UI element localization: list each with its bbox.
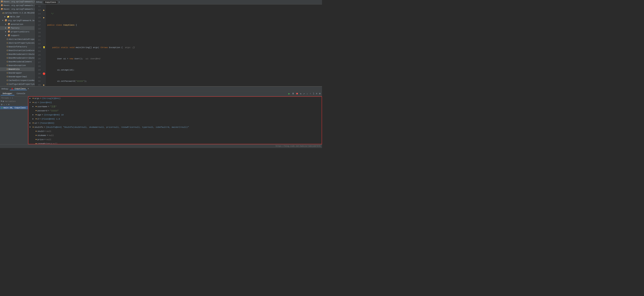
sidebar-item-abstract-nested[interactable]: C AbstractNestablePropertyAccessor (0, 38, 34, 41)
sidebar-item-support[interactable]: ▶ 📦 support (0, 34, 34, 38)
sidebar-item-beanwrapper[interactable]: C BeanWrapper (0, 71, 34, 75)
sidebar-item-maven1[interactable]: 📦 Maven: org.springframework.boot:spring… (0, 0, 34, 4)
folder-icon: 📁 (7, 15, 10, 19)
var-eq-d: = (40, 117, 41, 121)
code-lines: */ public class CopyClass { public stati… (46, 5, 322, 86)
sidebar-item-cachedintrospection[interactable]: C CachedIntrospectionResults (0, 79, 34, 82)
sidebar-item-beanmetadataaccessor[interactable]: C BeanMetadataAttributeAccessor (0, 56, 34, 60)
ln-25: 25 (36, 53, 40, 57)
var-d[interactable]: ▶ ● d = {Float@949} 1.0 (28, 117, 322, 121)
sidebar-item-beanwrapperimpl[interactable]: C BeanWrapperImpl (0, 75, 34, 79)
code-text-12: */ (47, 12, 54, 16)
sidebar-metainf-label: META-INF (10, 15, 20, 19)
var-username[interactable]: ▶ ● userName = "王贵" (28, 105, 322, 109)
top-area: 📦 Maven: org.springframework.boot:spring… (0, 0, 322, 86)
var-args[interactable]: ▶ ● args = {String[0]@941} (28, 96, 322, 101)
var-val-d: {Float@949} 1.0 (41, 117, 60, 121)
var-icon-u2: ● (32, 121, 34, 125)
sidebar-item-jar[interactable]: 🗃 spring-beans-4.3.10.RELEASE.jar librar… (0, 11, 34, 15)
tab-console[interactable]: Console (15, 92, 27, 95)
sidebar-item-org-spring[interactable]: ▼ 📦 org.springframework.beans (0, 19, 34, 23)
sidebar-item-annotation[interactable]: ▶ 📦 annotation (0, 23, 34, 26)
var-skuinfo[interactable]: ▼ ● skuInfo = {SkuInfo@944} "SkuInfo(sku… (28, 125, 322, 129)
var-expand-u1: ▼ (30, 101, 32, 104)
class-icon10: C (7, 71, 8, 75)
sidebar-item-beaninstantiation[interactable]: C BeanInstantiationException (0, 49, 34, 52)
tab-close-icon[interactable]: × (58, 1, 60, 3)
gutter-27 (42, 61, 46, 64)
debug-toolbar-stop[interactable]: ⏹ (295, 92, 299, 95)
step-btn-1[interactable]: ⊟ (1, 103, 3, 106)
debug-tab-close[interactable]: × (28, 88, 29, 90)
ln-30: 30 (36, 72, 40, 76)
sidebar-item-beansexception[interactable]: C BeansException (0, 64, 34, 67)
sidebar-item-meta-inf[interactable]: ▶ 📁 META-INF (0, 15, 34, 19)
step-btn-3[interactable]: ↑ (6, 104, 8, 106)
code-text-16b: User(); (73, 57, 86, 61)
debug-tab-copyclass[interactable]: 🐞 CopyClass (10, 87, 27, 90)
var-skuid[interactable]: ● skuId = null (28, 129, 322, 133)
gutter-14 (42, 12, 46, 16)
debug-toolbar-stepinto[interactable]: ↓ (306, 92, 308, 95)
var-u1[interactable]: ▼ ● u1 = {User@942} (28, 101, 322, 105)
debug-title-label: Debug: (2, 88, 9, 90)
debug-panel: Debug: 🐞 CopyClass × Debugger Console ▶ … (0, 86, 322, 144)
var-name-args: args (34, 97, 39, 100)
debug-toolbar-evaluate[interactable]: ≡ (315, 92, 318, 95)
cn-copyclass: CopyClass (64, 23, 74, 27)
var-u2[interactable]: ▶ ● u2 = {ToUser@943} (28, 121, 322, 125)
debug-toolbar-resume[interactable]: ▶ (288, 92, 290, 95)
editor-tab-copyclass[interactable]: CopyClass (44, 1, 58, 4)
frames-header: ▼ ⊞ Variables (0, 100, 28, 103)
var-val-args: {String[0]@941} (42, 97, 60, 100)
sidebar-pe-label: propertyeditors (11, 30, 29, 34)
code-text-13b (62, 23, 64, 27)
sidebar-item-beanmetadataelement[interactable]: C BeanMetadataElement (0, 60, 34, 64)
maven-icon3: 📦 (1, 8, 3, 11)
var-password[interactable]: ● password = "22222" (28, 109, 322, 113)
debug-toolbar-restart[interactable]: ↻ (299, 92, 302, 95)
var-price[interactable]: ● price = null (28, 138, 322, 142)
sidebar-item-beanutils[interactable]: C BeanUtils (0, 67, 34, 71)
step-btn-2[interactable]: ↓ (3, 104, 5, 106)
sidebar-item-factory[interactable]: ▶ 📦 factory (0, 26, 34, 30)
sidebar-item-maven2[interactable]: 📦 Maven: org.springframework:spring-aop:… (0, 4, 34, 8)
var-eq-renewprice: = (50, 142, 52, 144)
debug-toolbar-pause[interactable]: ⏸ (291, 92, 295, 95)
sidebar-item-beaninfofactory[interactable]: C BeanInfoFactory (0, 45, 34, 49)
debug-toolbar-frames[interactable]: ⊟ (318, 92, 321, 95)
var-val-renewprice: null (52, 142, 58, 144)
debug-toolbar-stepover[interactable]: ↗ (302, 92, 305, 95)
code-line-12: */ (47, 12, 320, 16)
var-val-skuinfo: {SkuInfo@944} "SkuInfo(skuId=null, skuNa… (46, 126, 189, 129)
gutter-23: 💡 (42, 46, 46, 49)
arrow-icon2: ▼ (2, 19, 4, 22)
var-age[interactable]: ▶ ● age = {Integer@948} 10 (28, 113, 322, 117)
step-btn-4[interactable]: ≡ (8, 104, 10, 106)
var-skuname[interactable]: ● skuName = null (28, 133, 322, 138)
var-expand-username: ▶ (32, 105, 35, 108)
sidebar-support-label: support (11, 34, 20, 37)
class-icon5: C (7, 53, 8, 56)
debug-toolbar-runtohere[interactable]: ⤵ (312, 92, 315, 95)
gutter-31 (42, 76, 46, 79)
sidebar-bwi-label: BeanWrapperImpl (8, 75, 27, 78)
sidebar-item-configurablepa[interactable]: C ConfigurablePropertyAccessor (0, 82, 34, 86)
sidebar-item-beanmetadata[interactable]: C BeanMetadataAttribute (0, 52, 34, 56)
debug-tab-bar: Debugger Console ▶ ⏸ ⏹ ↻ ↗ ↓ ↑ ⤵ ≡ ⊟ (0, 91, 322, 96)
gutter-12 (42, 5, 46, 8)
sidebar-item-abstract-prop[interactable]: C AbstractPropertyAccessor (0, 41, 34, 45)
sidebar-item-propertyeditors[interactable]: ▶ 📦 propertyeditors (0, 30, 34, 34)
debug-toolbar-stepout[interactable]: ↑ (309, 92, 312, 95)
var-renewprice[interactable]: ● renewPrice = null (28, 142, 322, 144)
sidebar-bu-label: BeanUtils (8, 68, 20, 71)
tab-debugger[interactable]: Debugger (1, 92, 14, 95)
sidebar-item-maven3[interactable]: 📦 Maven: org.springframework:spring-bean… (0, 8, 34, 11)
editor-tab-bar: Debug: CopyClass × (34, 0, 322, 5)
var-name-u2: u2 (34, 121, 37, 125)
kw-new-16: new (70, 57, 73, 61)
variables-panel: ▶ ● args = {String[0]@941} ▼ ● u1 = {Use… (28, 96, 322, 144)
thread-main[interactable]: ▶ main:30, CopyClass (0, 106, 28, 109)
var-eq-password: = (48, 109, 49, 112)
ln-23: 23 (36, 46, 40, 49)
